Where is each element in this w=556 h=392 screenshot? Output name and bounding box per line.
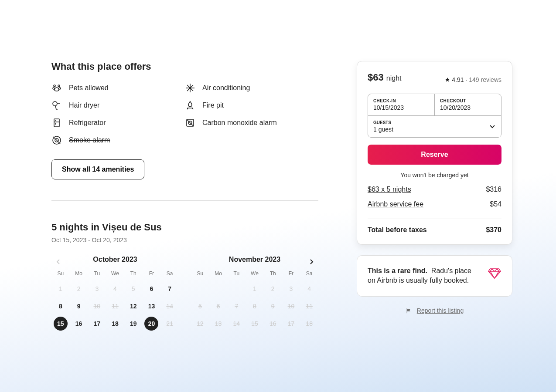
show-all-amenities-button[interactable]: Show all 14 amenities xyxy=(51,159,144,179)
amenity-label: Carbon monoxide alarm xyxy=(202,119,277,127)
dow-label: We xyxy=(106,270,124,277)
svg-rect-5 xyxy=(54,119,59,127)
rating-value: 4.91 xyxy=(452,76,464,83)
calendar-day[interactable]: 9 xyxy=(70,297,88,315)
calendar-day[interactable]: 6 xyxy=(143,280,161,297)
checkout-label: CHECKOUT xyxy=(440,98,496,103)
reviews-link[interactable]: · 149 reviews xyxy=(466,76,501,83)
dow-label: Fr xyxy=(282,270,300,277)
reserve-button[interactable]: Reserve xyxy=(368,145,501,165)
amenities-grid: Pets allowedAir conditioningHair dryerFi… xyxy=(51,83,318,145)
charge-note: You won't be charged yet xyxy=(368,172,501,179)
price-line-value: $316 xyxy=(486,186,501,193)
price-line-value: $54 xyxy=(490,200,501,208)
total-divider xyxy=(368,219,501,219)
dow-label: Sa xyxy=(160,270,179,277)
calendar-day[interactable]: 7 xyxy=(160,280,179,297)
calendar-day: 5 xyxy=(124,280,143,297)
calendar-day[interactable]: 17 xyxy=(88,315,106,332)
guests-label: GUESTS xyxy=(373,120,393,125)
calendar-day: 14 xyxy=(160,297,179,315)
amenity-item: Fire pit xyxy=(185,100,318,111)
calendar-day[interactable]: 8 xyxy=(51,297,70,315)
guests-field[interactable]: GUESTS 1 guest xyxy=(368,115,501,137)
price-per: night xyxy=(386,74,402,82)
calendar-day: 10 xyxy=(88,297,106,315)
calendar-day[interactable]: 18 xyxy=(106,315,124,332)
booking-card: $63 night 4.91 · 149 reviews CHECK-IN 10… xyxy=(357,61,512,245)
hairdryer-icon xyxy=(51,100,62,111)
smoke-icon xyxy=(51,135,62,145)
amenity-item: Air conditioning xyxy=(185,83,318,93)
calendar-day: 7 xyxy=(227,297,246,315)
price: $63 night xyxy=(368,72,402,83)
checkin-label: CHECK-IN xyxy=(373,98,429,103)
calendar-day: 1 xyxy=(246,280,264,297)
calendar-day[interactable]: 20 xyxy=(143,315,161,332)
calendar-day[interactable]: 19 xyxy=(124,315,143,332)
calendar-day: 10 xyxy=(282,297,300,315)
report-row: Report this listing xyxy=(357,307,512,314)
price-amount: $63 xyxy=(368,72,384,83)
amenities-title: What this place offers xyxy=(51,61,318,72)
calendar-day: 18 xyxy=(300,315,318,332)
price-line: $63 x 5 nights$316 xyxy=(368,186,501,193)
checkout-value: 10/20/2023 xyxy=(440,104,496,111)
calendar-day: 6 xyxy=(209,297,228,315)
firepit-icon xyxy=(185,100,195,111)
dow-label: Mo xyxy=(70,270,88,277)
calendar-day: 4 xyxy=(106,280,124,297)
calendar-month-title: November 2023 xyxy=(191,256,318,264)
amenity-item: Pets allowed xyxy=(51,83,185,93)
checkout-field[interactable]: CHECKOUT 10/20/2023 xyxy=(435,94,501,115)
svg-point-1 xyxy=(58,85,60,87)
calendar-day[interactable]: 12 xyxy=(124,297,143,315)
calendar-day[interactable]: 15 xyxy=(51,315,70,332)
price-line-label[interactable]: Airbnb service fee xyxy=(368,200,423,208)
calendar-day: 2 xyxy=(264,280,282,297)
calendar-day: 13 xyxy=(209,315,228,332)
calendar-month: November 2023SuMoTuWeThFrSa1234567891011… xyxy=(191,256,318,332)
calendar-month: October 2023SuMoTuWeThFrSa12345678910111… xyxy=(51,256,179,332)
calendar-day: 14 xyxy=(227,315,246,332)
checkin-field[interactable]: CHECK-IN 10/15/2023 xyxy=(368,94,435,115)
price-line: Airbnb service fee$54 xyxy=(368,200,501,208)
fridge-icon xyxy=(51,118,62,128)
divider xyxy=(51,200,318,201)
price-line-label[interactable]: $63 x 5 nights xyxy=(368,186,411,193)
dow-label: Th xyxy=(124,270,143,277)
calendar-day[interactable]: 16 xyxy=(70,315,88,332)
report-link[interactable]: Report this listing xyxy=(417,307,464,314)
calendar-prev-button[interactable] xyxy=(53,257,64,267)
calendar-next-button[interactable] xyxy=(306,257,317,267)
stay-title: 5 nights in Vișeu de Sus xyxy=(51,222,318,233)
dow-label: Tu xyxy=(227,270,246,277)
calendar-day: 4 xyxy=(300,280,318,297)
amenity-item: Hair dryer xyxy=(51,100,185,111)
calendar-day: 2 xyxy=(70,280,88,297)
co-icon xyxy=(185,118,195,128)
calendar-day: 11 xyxy=(300,297,318,315)
dow-label: Tu xyxy=(88,270,106,277)
calendar-day[interactable]: 13 xyxy=(143,297,161,315)
flag-icon xyxy=(406,308,412,314)
total-value: $370 xyxy=(486,226,501,234)
amenity-label: Refrigerator xyxy=(69,119,106,127)
amenity-label: Air conditioning xyxy=(202,84,250,92)
svg-point-2 xyxy=(53,88,55,89)
calendar-day: 15 xyxy=(246,315,264,332)
calendar-day: 3 xyxy=(88,280,106,297)
dow-label: Sa xyxy=(300,270,318,277)
amenity-item: Refrigerator xyxy=(51,118,185,128)
star-icon xyxy=(445,77,450,82)
calendar-day: 12 xyxy=(191,315,209,332)
dow-label: Mo xyxy=(209,270,228,277)
total-label: Total before taxes xyxy=(368,226,427,234)
calendar-day: 8 xyxy=(246,297,264,315)
svg-point-4 xyxy=(53,101,57,106)
dow-label: Su xyxy=(191,270,209,277)
svg-point-0 xyxy=(54,85,55,87)
calendar-day: 3 xyxy=(282,280,300,297)
snowflake-icon xyxy=(185,83,195,93)
calendar-day: 5 xyxy=(191,297,209,315)
